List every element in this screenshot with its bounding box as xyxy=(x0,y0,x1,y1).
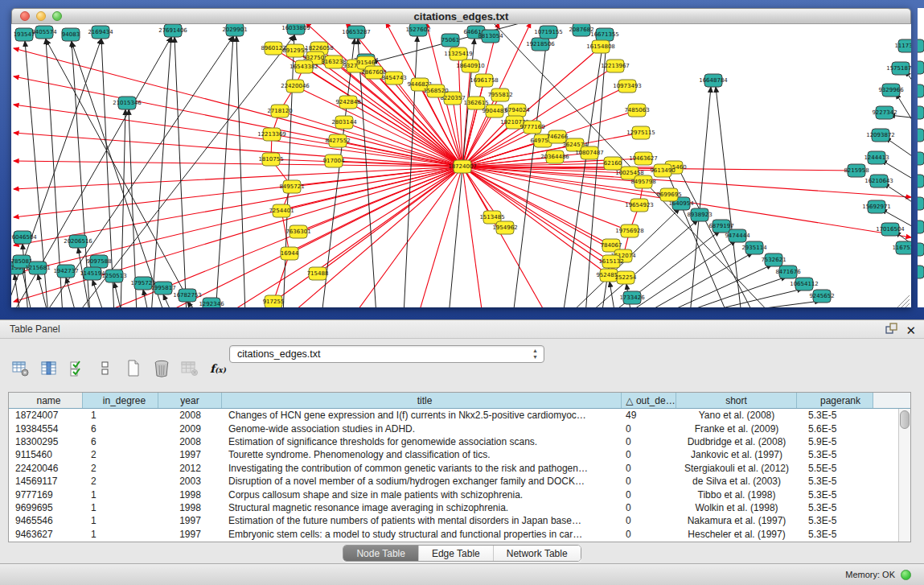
table-cell: Jankovic et al. (1997) xyxy=(676,449,797,460)
new-document-button[interactable] xyxy=(124,358,143,379)
graph-node-label: 1167533 xyxy=(892,245,911,251)
graph-edge-red[interactable] xyxy=(462,167,483,307)
resize-grip-icon[interactable] xyxy=(897,295,910,307)
table-row[interactable]: 969969511998Structural magnetic resonanc… xyxy=(9,501,910,514)
graph-node-partial[interactable] xyxy=(918,220,924,233)
tab-node-table[interactable]: Node Table xyxy=(343,546,419,561)
table-cell: 2009 xyxy=(158,423,222,435)
graph-edge-black[interactable] xyxy=(163,295,173,307)
graph-node-partial[interactable] xyxy=(918,106,924,119)
table-cell: 0 xyxy=(622,515,676,526)
tab-edge-table[interactable]: Edge Table xyxy=(419,546,494,561)
graph-node-label: 917004 xyxy=(323,158,345,164)
column-header-title[interactable]: title xyxy=(222,393,622,408)
graph-node-partial[interactable] xyxy=(918,243,924,256)
table-cell: 1997 xyxy=(158,449,222,460)
column-header-name[interactable]: name xyxy=(9,393,83,408)
graph-edge-black[interactable] xyxy=(76,35,294,307)
graph-edge-red[interactable] xyxy=(273,253,290,302)
network-canvas[interactable]: 1935479405574940832169434276914062029901… xyxy=(11,24,911,307)
table-row[interactable]: 946554611997Estimation of the future num… xyxy=(9,514,910,527)
graph-edge-black[interactable] xyxy=(66,278,76,307)
vertical-scrollbar-thumb[interactable] xyxy=(900,410,910,429)
graph-edge-black[interactable] xyxy=(38,274,48,307)
table-row[interactable]: 2242004622012Investigating the contribut… xyxy=(9,462,910,475)
graph-edge-red[interactable] xyxy=(280,111,462,167)
graph-edge-black[interactable] xyxy=(175,37,187,307)
table-selector-value: citations_edges.txt xyxy=(237,348,321,360)
status-bar: Memory: OK xyxy=(0,563,924,585)
close-panel-icon[interactable]: ✕ xyxy=(906,325,916,336)
tab-network-table[interactable]: Network Table xyxy=(494,546,581,561)
network-graph-svg[interactable]: 1935479405574940832169434276914062029901… xyxy=(11,24,911,307)
graph-node-partial[interactable] xyxy=(918,152,924,165)
graph-edge-black[interactable] xyxy=(216,36,233,307)
graph-edge-black[interactable] xyxy=(236,36,245,307)
table-cell: 0 xyxy=(622,529,676,540)
select-columns-button[interactable] xyxy=(68,358,87,379)
column-header-pagerank[interactable]: pagerank xyxy=(797,393,873,408)
header-filler xyxy=(873,393,910,408)
graph-node-label: 12093872 xyxy=(866,132,895,138)
graph-node-partial[interactable] xyxy=(918,61,924,74)
graph-node-label: 8813054 xyxy=(478,33,503,39)
graph-node-partial[interactable] xyxy=(918,197,924,210)
graph-node-partial[interactable] xyxy=(918,84,924,97)
table-selector-dropdown[interactable]: citations_edges.txt ▲▼ xyxy=(229,345,544,363)
table-cell: Corpus callosum shape and size in male p… xyxy=(222,489,622,501)
graph-edge-red[interactable] xyxy=(14,105,462,167)
table-row[interactable]: 1456911722003Disruption of a novel membe… xyxy=(9,475,910,488)
graph-node-partial[interactable] xyxy=(918,175,924,187)
table-cell: 5.3E-5 xyxy=(797,476,873,487)
column-header-short[interactable]: short xyxy=(676,393,797,408)
table-cell: 9463627 xyxy=(9,529,83,540)
table-cell: 0 xyxy=(622,423,676,435)
row-layout-button[interactable] xyxy=(96,358,115,379)
float-panel-icon[interactable] xyxy=(885,323,897,338)
graph-node-label: 26046504 xyxy=(11,234,37,241)
network-window-titlebar[interactable]: citations_edges.txt xyxy=(11,8,911,24)
graph-edge-black[interactable] xyxy=(709,301,820,307)
graph-node-label: 16944 xyxy=(281,250,299,257)
table-row[interactable]: 1872400712008Changes of HCN gene express… xyxy=(9,409,910,422)
graph-node-partial[interactable] xyxy=(918,39,924,52)
graph-edge-black[interactable] xyxy=(151,37,171,307)
delete-button[interactable] xyxy=(152,358,171,379)
function-builder-button[interactable]: f(x) xyxy=(208,358,228,379)
table-cell: 18724007 xyxy=(9,410,83,421)
import-table-button-disabled[interactable] xyxy=(180,358,199,379)
column-visibility-button[interactable] xyxy=(39,358,59,379)
table-row[interactable]: 911546021997Tourette syndrome. Phenomeno… xyxy=(9,448,910,461)
graph-edge-black[interactable] xyxy=(283,35,294,307)
table-panel-title: Table Panel xyxy=(10,323,60,335)
table-cell: 0 xyxy=(622,502,676,513)
graph-node-label: 22420046 xyxy=(281,83,310,89)
column-header-year[interactable]: year xyxy=(158,393,222,408)
table-row[interactable]: 1830029562008Estimation of significance … xyxy=(9,435,910,448)
vertical-scrollbar[interactable] xyxy=(898,409,910,542)
table-cell: Investigating the contribution of common… xyxy=(222,463,622,474)
table-row[interactable]: 1938455462009Genome-wide association stu… xyxy=(9,422,910,435)
table-cell: 14569117 xyxy=(9,476,83,487)
column-header-out_de[interactable]: △ out_de… xyxy=(622,393,676,408)
table-cell: 6 xyxy=(83,423,158,435)
graph-edge-red[interactable] xyxy=(14,167,462,302)
graph-node-partial[interactable] xyxy=(918,266,924,278)
graph-node-partial[interactable] xyxy=(918,129,924,142)
graph-node-label: 9245652 xyxy=(809,293,834,299)
table-row[interactable]: 946362711997Embryonic stem cells: a mode… xyxy=(9,528,910,541)
graph-edge-red[interactable] xyxy=(161,167,462,307)
graph-edge-black[interactable] xyxy=(143,290,149,307)
graph-edge-black[interactable] xyxy=(610,282,615,307)
table-settings-button[interactable] xyxy=(11,358,31,379)
graph-edge-black[interactable] xyxy=(716,87,741,307)
graph-edge-black[interactable] xyxy=(92,280,105,307)
table-cell: de Silva et al. (2003) xyxy=(676,476,797,487)
column-header-in_degree[interactable]: in_degree xyxy=(83,393,158,408)
table-cell: 9465546 xyxy=(9,515,83,526)
graph-edge-black[interactable] xyxy=(885,138,911,165)
table-cell: 5.9E-5 xyxy=(797,436,873,447)
table-row[interactable]: 977716911998Corpus callosum shape and si… xyxy=(9,488,910,501)
table-cell: 0 xyxy=(622,489,676,501)
graph-edge-black[interactable] xyxy=(692,289,803,307)
